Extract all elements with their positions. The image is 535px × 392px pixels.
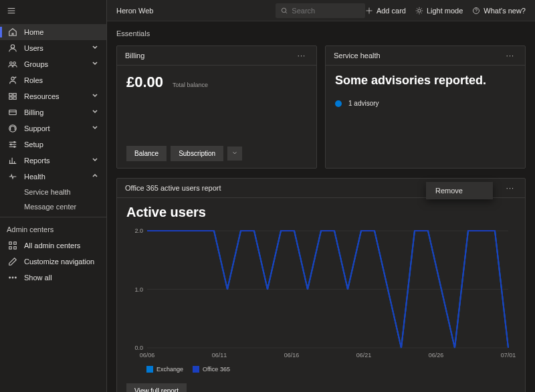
legend-swatch-icon <box>193 366 199 373</box>
setup-icon <box>8 140 17 149</box>
svg-rect-5 <box>13 94 16 96</box>
svg-rect-6 <box>9 97 12 100</box>
remove-popup[interactable]: Remove <box>426 182 493 199</box>
active-users-card: Office 365 active users report ··· Activ… <box>116 178 526 392</box>
svg-text:06/21: 06/21 <box>356 352 372 359</box>
nav-item-reports[interactable]: Reports <box>0 153 106 169</box>
svg-text:1.0: 1.0 <box>134 286 143 293</box>
nav-item-home[interactable]: Home <box>0 24 106 40</box>
svg-text:06/16: 06/16 <box>284 352 300 359</box>
light-mode-button[interactable]: Light mode <box>415 7 463 15</box>
nav-item-health[interactable]: Health <box>0 169 106 185</box>
nav-item-all-admin-centers[interactable]: All admin centers <box>0 237 106 254</box>
service-health-more-icon[interactable]: ··· <box>504 52 517 60</box>
nav-item-show-all[interactable]: Show all <box>0 270 106 286</box>
svg-text:0.0: 0.0 <box>134 345 143 351</box>
subscription-button[interactable]: Subscription <box>171 146 223 161</box>
service-health-headline: Some advisories reported. <box>335 74 516 88</box>
svg-point-17 <box>9 277 11 278</box>
chevron-down-icon <box>92 108 100 116</box>
whats-new-button[interactable]: What's new? <box>472 7 526 15</box>
balance-button[interactable]: Balance <box>126 146 167 161</box>
health-icon <box>8 172 17 181</box>
grid-icon <box>8 241 17 250</box>
essentials-label: Essentials <box>116 29 526 37</box>
nav-sub-service-health[interactable]: Service health <box>0 185 106 199</box>
group-icon <box>8 60 17 69</box>
nav-item-groups[interactable]: Groups <box>0 56 106 72</box>
svg-text:2.0: 2.0 <box>134 227 143 234</box>
roles-icon <box>8 76 17 85</box>
chevron-down-icon <box>232 151 237 156</box>
svg-point-0 <box>11 45 14 48</box>
view-full-report-button[interactable]: View full report <box>126 383 187 392</box>
nav-item-setup[interactable]: Setup <box>0 136 106 153</box>
svg-text:06/06: 06/06 <box>140 352 155 359</box>
nav-item-users[interactable]: Users <box>0 40 106 56</box>
nav-item-customize-navigation[interactable]: Customize navigation <box>0 254 106 270</box>
nav-item-billing[interactable]: Billing <box>0 104 106 120</box>
chevron-down-icon <box>92 44 100 52</box>
chevron-down-icon <box>92 60 100 68</box>
legend-exchange[interactable]: Exchange <box>146 366 183 373</box>
support-icon <box>8 124 17 133</box>
svg-point-3 <box>11 77 14 80</box>
line-chart: 0.01.02.006/0606/1106/1606/2106/2607/01 <box>126 224 516 365</box>
svg-text:07/01: 07/01 <box>501 352 516 359</box>
nav-item-support[interactable]: Support <box>0 120 106 136</box>
add-card-button[interactable]: Add card <box>365 7 406 15</box>
advisory-count: 1 advisory <box>348 100 379 107</box>
nav-item-resources[interactable]: Resources <box>0 88 106 104</box>
resources-icon <box>8 92 17 101</box>
hamburger-menu[interactable] <box>0 0 106 24</box>
subscription-chevron-button[interactable] <box>227 146 242 161</box>
chevron-down-icon <box>92 124 100 132</box>
svg-point-18 <box>12 277 13 278</box>
legend-swatch-icon <box>146 366 153 373</box>
service-health-title: Service health <box>334 52 381 60</box>
nav-item-roles[interactable]: Roles <box>0 72 106 88</box>
service-health-card: Service health ··· Some advisories repor… <box>325 45 526 169</box>
reports-icon <box>8 156 17 165</box>
chevron-down-icon <box>92 92 100 100</box>
billing-card: Billing ··· £0.00 Total balance Balance … <box>116 45 317 169</box>
svg-point-20 <box>282 8 286 12</box>
report-card-more-icon[interactable]: ··· <box>504 184 517 192</box>
svg-rect-8 <box>9 110 17 115</box>
svg-text:06/11: 06/11 <box>212 352 227 359</box>
home-icon <box>8 27 17 37</box>
svg-point-10 <box>14 142 15 143</box>
svg-point-11 <box>11 144 12 145</box>
nav-sub-message-center[interactable]: Message center <box>0 199 106 214</box>
svg-point-19 <box>15 277 17 278</box>
sun-icon <box>415 7 423 15</box>
question-icon <box>472 7 480 15</box>
user-icon <box>8 43 17 53</box>
plus-icon <box>365 7 373 15</box>
svg-point-1 <box>10 62 13 65</box>
billing-amount: £0.00 <box>126 74 163 91</box>
advisory-dot-icon <box>335 100 342 107</box>
app-title: Heron Web <box>107 7 276 15</box>
report-card-title: Office 365 active users report <box>125 184 221 192</box>
divider <box>0 217 106 217</box>
svg-text:06/26: 06/26 <box>429 352 444 359</box>
svg-rect-15 <box>9 247 12 250</box>
legend-office365[interactable]: Office 365 <box>193 366 230 373</box>
dots-icon <box>8 273 17 282</box>
svg-rect-13 <box>9 242 12 245</box>
svg-point-21 <box>418 9 421 12</box>
chevron-up-icon <box>92 173 100 181</box>
chevron-down-icon <box>92 157 100 165</box>
svg-rect-7 <box>13 97 16 100</box>
billing-icon <box>8 108 17 117</box>
search-icon <box>281 7 288 15</box>
search-input[interactable] <box>292 7 360 15</box>
billing-card-more-icon[interactable]: ··· <box>295 52 308 60</box>
billing-desc: Total balance <box>173 82 208 88</box>
advisory-row[interactable]: 1 advisory <box>335 100 516 107</box>
svg-point-12 <box>14 146 15 148</box>
search-box[interactable] <box>276 3 365 18</box>
admin-centers-label: Admin centers <box>0 220 106 237</box>
chart-title: Active users <box>117 198 525 224</box>
